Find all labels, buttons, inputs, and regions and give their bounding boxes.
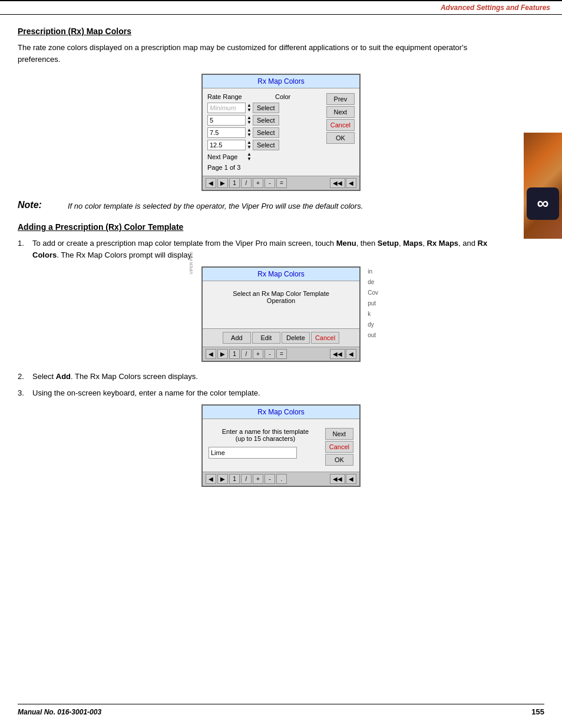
note-label: Note:	[18, 200, 65, 210]
overflow-in: in	[368, 266, 378, 277]
toolbar2-plus[interactable]: +	[253, 349, 263, 359]
rate-arrows-75: ▲ ▼	[247, 128, 252, 137]
toolbar3-1[interactable]: 1	[229, 474, 240, 484]
select-btn-125[interactable]: Select	[253, 140, 279, 150]
toolbar2-back[interactable]: ◀	[206, 349, 216, 359]
toolbar3-arr1[interactable]: ◀◀	[330, 474, 345, 484]
logo-symbol: ∞	[537, 194, 549, 213]
dialog1-title: Rx Map Colors	[203, 75, 359, 88]
ok-button[interactable]: OK	[326, 132, 355, 144]
prev-button[interactable]: Prev	[326, 93, 355, 105]
toolbar2-arr1[interactable]: ◀◀	[330, 349, 345, 359]
toolbar-minus[interactable]: -	[265, 178, 275, 188]
numbered-list-2: 2. Select Add. The Rx Map Colors screen …	[18, 371, 544, 398]
overflow-put: put	[368, 298, 378, 309]
main-content: ∞ Prescription (Rx) Map Colors The rate …	[0, 15, 562, 508]
toolbar2-slash[interactable]: /	[241, 349, 252, 359]
dialog1-content: Rate Range Color ▲ ▼ Select	[203, 88, 359, 176]
col-headers: Rate Range Color	[207, 93, 323, 100]
dialog2: Rx Map Colors Select an Rx Map Color Tem…	[201, 266, 361, 362]
rate-input-5[interactable]	[207, 115, 246, 126]
arrow-down-75[interactable]: ▼	[247, 133, 252, 137]
toolbar3-dot[interactable]: .	[276, 474, 287, 484]
edit-button[interactable]: Edit	[252, 332, 280, 344]
delete-button[interactable]: Delete	[282, 332, 310, 344]
toolbar3-minus[interactable]: -	[265, 474, 275, 484]
dialog2-side-watermark: VIPER PRO	[189, 252, 193, 274]
cancel-button-2[interactable]: Cancel	[311, 332, 339, 344]
toolbar-eq[interactable]: =	[276, 178, 287, 188]
step1-menu: Menu	[336, 239, 356, 248]
template-name-input[interactable]	[209, 447, 297, 459]
cancel-button[interactable]: Cancel	[326, 119, 355, 131]
overflow-out: out	[368, 330, 378, 341]
numbered-list: 1. To add or create a prescription map c…	[18, 238, 544, 261]
dialog2-body-line1: Select an Rx Map Color Template	[209, 290, 353, 297]
toolbar3-arr2[interactable]: ◀	[346, 474, 356, 484]
right-decoration: ∞	[524, 133, 562, 239]
step2-add: Add	[56, 372, 71, 381]
col-color: Color	[275, 93, 305, 100]
rate-input-125[interactable]	[207, 140, 246, 150]
rate-arrows-5: ▲ ▼	[247, 116, 252, 125]
toolbar-arr1[interactable]: ◀◀	[330, 178, 345, 188]
toolbar2-fwd[interactable]: ▶	[217, 349, 228, 359]
dialog3-title: Rx Map Colors	[203, 406, 359, 419]
dialog1-container: Rx Map Colors Rate Range Color	[18, 74, 544, 191]
select-btn-minimum[interactable]: Select	[253, 103, 279, 113]
dialog3-toolbar: ◀ ▶ 1 / + - . ◀◀ ◀	[203, 472, 359, 486]
rate-row-5: ▲ ▼ Select	[207, 115, 323, 126]
overflow-de: de	[368, 277, 378, 288]
toolbar2-eq[interactable]: =	[276, 349, 287, 359]
next-button[interactable]: Next	[326, 106, 355, 118]
rate-arrows-nextpage: ▲ ▼	[247, 152, 252, 162]
page-footer: Manual No. 016-3001-003 155	[18, 704, 544, 716]
toolbar-fwd[interactable]: ▶	[217, 178, 228, 188]
dialog3-main: Enter a name for this template (up to 15…	[209, 428, 322, 466]
ok-button-3[interactable]: OK	[325, 454, 353, 466]
arrow-down-5[interactable]: ▼	[247, 120, 252, 125]
overflow-dy: dy	[368, 319, 378, 330]
toolbar-arr2[interactable]: ◀	[346, 178, 356, 188]
list-item-2: 2. Select Add. The Rx Map Colors screen …	[18, 371, 501, 383]
toolbar3-back[interactable]: ◀	[206, 474, 216, 484]
next-button-3[interactable]: Next	[325, 428, 353, 440]
list-num-2: 2.	[18, 371, 32, 383]
dialog3-right-btns: Next Cancel OK	[325, 428, 353, 466]
dialog2-content: Select an Rx Map Color Template Operatio…	[203, 281, 359, 328]
toolbar-slash[interactable]: /	[241, 178, 252, 188]
overflow-cov: Cov	[368, 288, 378, 298]
rate-arrows-125: ▲ ▼	[247, 140, 252, 150]
list-text-1: To add or create a prescription map colo…	[32, 238, 501, 261]
rate-input-75[interactable]	[207, 127, 246, 138]
toolbar3-fwd[interactable]: ▶	[217, 474, 228, 484]
arrow-down[interactable]: ▼	[247, 108, 252, 113]
toolbar-1[interactable]: 1	[229, 178, 240, 188]
dialog1-right-btns: Prev Next Cancel OK	[326, 93, 355, 171]
dialog3-container: Rx Map Colors Enter a name for this temp…	[18, 404, 544, 487]
cancel-button-3[interactable]: Cancel	[325, 441, 353, 453]
rate-row-minimum: ▲ ▼ Select	[207, 103, 323, 113]
dialog2-title: Rx Map Colors	[203, 268, 359, 281]
rate-row-75: ▲ ▼ Select	[207, 127, 323, 138]
toolbar2-arr2[interactable]: ◀	[346, 349, 356, 359]
arrow-down-np[interactable]: ▼	[247, 157, 252, 162]
rate-row-125: ▲ ▼ Select	[207, 140, 323, 150]
arrow-down-125[interactable]: ▼	[247, 145, 252, 150]
dialog2-container: VIPER PRO Rx Map Colors Select an Rx Map…	[18, 266, 544, 362]
toolbar2-1[interactable]: 1	[229, 349, 240, 359]
toolbar-back[interactable]: ◀	[206, 178, 216, 188]
toolbar2-minus[interactable]: -	[265, 349, 275, 359]
toolbar3-slash[interactable]: /	[241, 474, 252, 484]
rate-input-minimum[interactable]	[207, 103, 246, 113]
dialog3-body-line2: (up to 15 characters)	[209, 435, 322, 442]
add-button[interactable]: Add	[223, 332, 251, 344]
col-rate-range: Rate Range	[207, 93, 260, 100]
select-btn-5[interactable]: Select	[253, 115, 279, 126]
step1-rxmaps: Rx Maps	[427, 239, 458, 248]
toolbar-plus[interactable]: +	[253, 178, 263, 188]
dialog1-main: Rate Range Color ▲ ▼ Select	[207, 93, 323, 171]
select-btn-75[interactable]: Select	[253, 127, 279, 138]
dialog1: Rx Map Colors Rate Range Color	[201, 74, 361, 191]
toolbar3-plus[interactable]: +	[253, 474, 263, 484]
